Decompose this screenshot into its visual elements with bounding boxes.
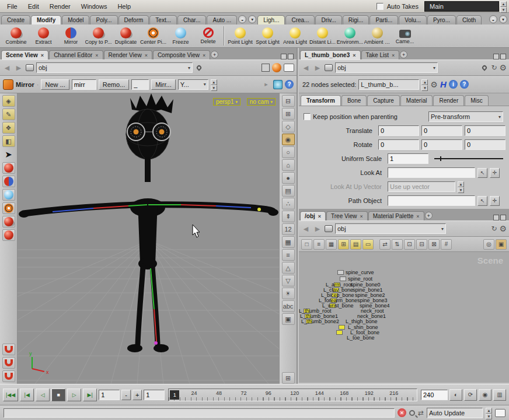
close-icon[interactable]: × (353, 52, 355, 58)
tab-render-view[interactable]: Render View× (104, 50, 152, 60)
tool-spot-light[interactable]: Spot Light (254, 25, 281, 47)
pane-split-icon[interactable] (500, 215, 506, 220)
tab-material-palette[interactable]: Material Palette× (368, 211, 424, 220)
tab-obj-network[interactable]: /obj× (300, 211, 326, 220)
network-gear-icon[interactable]: ⚙ (499, 224, 507, 233)
tab-channel-editor[interactable]: Channel Editor× (49, 50, 103, 60)
realtime-toggle-icon[interactable]: ⟳ (464, 389, 477, 401)
path-object-pick-icon[interactable]: ↖ (477, 196, 487, 206)
close-icon[interactable]: × (416, 214, 419, 219)
viewport-3d[interactable]: y x persp1▾ no cam▾ (18, 93, 279, 384)
auto-takes-checkbox[interactable] (376, 3, 384, 10)
tool-camera[interactable]: Came... (391, 25, 419, 47)
group-field[interactable] (72, 79, 96, 90)
axis-dropdown[interactable]: Y...▾ (178, 79, 208, 90)
remove-group-button[interactable]: Remo... (99, 79, 130, 90)
close-icon[interactable]: × (41, 52, 44, 58)
shelf-set-menu2-icon[interactable]: ◒ (489, 15, 497, 23)
net-organize-icon[interactable]: ⊠ (428, 239, 440, 250)
shelf-tab-poly[interactable]: Poly... (90, 15, 117, 24)
desktop-selector[interactable]: Main (424, 1, 499, 12)
go-start-icon[interactable]: |◀◀ (3, 388, 18, 401)
new-tab-icon[interactable]: + (400, 51, 407, 58)
close-icon[interactable]: × (145, 52, 148, 58)
close-icon[interactable]: × (318, 214, 321, 219)
prev-key-icon[interactable]: |◀ (20, 388, 34, 401)
snap-tool-icon[interactable] (2, 216, 15, 228)
close-icon[interactable]: × (360, 214, 363, 219)
tab-render[interactable]: Render (433, 95, 464, 106)
no-cam-menu[interactable]: no cam▾ (247, 98, 276, 106)
translate-x-field[interactable] (378, 125, 419, 136)
forward-icon[interactable]: ▶ (14, 64, 23, 72)
group-list-icon[interactable]: ≡ (282, 249, 295, 261)
tool-point-light[interactable]: Point Light (226, 25, 254, 47)
quad-toggle-icon[interactable]: ⊞ (282, 372, 295, 384)
node-icon[interactable] (340, 276, 346, 281)
handles-tool-icon[interactable] (2, 202, 15, 214)
rotate-z-field[interactable] (465, 139, 505, 150)
desktop-stepper[interactable]: ▲▼ (500, 1, 507, 12)
sync-icon[interactable]: ↻ (491, 64, 497, 72)
snap-cube-icon[interactable] (262, 64, 270, 72)
param-path-dropdown[interactable]: obj▾ (335, 62, 438, 73)
numbers-display-icon[interactable]: 12 (282, 223, 295, 235)
shelf-tab-lights[interactable]: Ligh... (257, 15, 285, 24)
pin-icon[interactable] (196, 64, 202, 71)
net-layout-icon[interactable]: ⊟ (416, 239, 427, 250)
tool-copy-to-points[interactable]: Copy to P... (85, 25, 112, 47)
anim-options-icon[interactable]: ▥ (493, 389, 506, 401)
ghost-icon[interactable]: ▽ (282, 275, 295, 286)
shelf-tab-character[interactable]: Char... (177, 15, 206, 24)
key-tool-icon[interactable]: ❖ (2, 122, 15, 134)
tab-material[interactable]: Material (400, 95, 433, 106)
aux-field[interactable] (131, 79, 149, 90)
tab-take-list[interactable]: Take List× (361, 50, 400, 60)
op-help-icon[interactable]: ? (285, 80, 294, 89)
menu-render[interactable]: Render (45, 2, 75, 11)
tab-scene-view[interactable]: Scene View× (1, 50, 48, 60)
look-at-field[interactable] (388, 167, 475, 178)
forward-icon[interactable]: ▶ (313, 225, 322, 233)
net-align-v-icon[interactable]: ⇅ (392, 239, 403, 250)
range-start-field[interactable] (99, 390, 120, 400)
net-zoom-icon[interactable]: ◎ (483, 239, 494, 250)
recook-icon[interactable]: ⇄ (418, 409, 424, 417)
shelf-set-menu-icon[interactable]: ◒ (238, 15, 246, 23)
scene-path-dropdown[interactable]: obj▾ (36, 62, 193, 73)
tool-ambient-light[interactable]: Ambient L... (364, 25, 391, 47)
tool-center-pivot[interactable]: Center Pi... (140, 25, 167, 47)
node-label[interactable]: L_toe_bone (347, 335, 375, 341)
grid-toggle-icon[interactable]: ▦ (282, 236, 295, 248)
lighting-icon[interactable]: ☀ (282, 288, 295, 299)
home-view-icon[interactable]: ⌂ (282, 159, 295, 171)
tool-extract[interactable]: Extract (30, 25, 57, 47)
menu-file[interactable]: File (2, 2, 22, 11)
net-notes-icon[interactable]: ⊞ (338, 239, 349, 250)
magnet2-tool-icon[interactable] (2, 357, 15, 369)
magnet1-tool-icon[interactable] (2, 344, 15, 355)
network-path-dropdown[interactable]: obj▾ (335, 223, 446, 234)
shelf-tab-particles[interactable]: Parti... (369, 15, 398, 24)
shelf-scroll-icon[interactable]: ▾ (248, 15, 256, 23)
go-end-icon[interactable]: ▶| (83, 388, 97, 401)
path-object-jump-icon[interactable]: ✛ (490, 196, 500, 206)
shelf-tab-texture[interactable]: Text... (149, 15, 177, 24)
shelf-tab-rigging[interactable]: Rigi... (343, 15, 369, 24)
close-icon[interactable]: × (203, 52, 205, 58)
op-state-icon[interactable] (273, 80, 283, 89)
tab-misc[interactable]: Misc (465, 95, 489, 106)
close-icon[interactable]: × (392, 52, 395, 58)
pane-maximize-icon[interactable] (493, 215, 499, 220)
shelf-tab-deform[interactable]: Deform (118, 15, 149, 24)
back-icon[interactable]: ◀ (301, 64, 311, 72)
shelf-tab-auto[interactable]: Auto ... (207, 15, 237, 24)
stop-icon[interactable]: ■ (51, 388, 65, 401)
menu-edit[interactable]: Edit (23, 2, 44, 11)
play-icon[interactable]: ▷ (67, 388, 81, 401)
increment-button[interactable]: + (133, 390, 142, 400)
translate-y-field[interactable] (421, 125, 462, 136)
selected-node-dropdown[interactable]: L_thumb_b... (358, 79, 419, 90)
mirror-option-button[interactable]: Mirr... (151, 79, 176, 90)
uniform-scale-slider[interactable] (434, 158, 503, 159)
